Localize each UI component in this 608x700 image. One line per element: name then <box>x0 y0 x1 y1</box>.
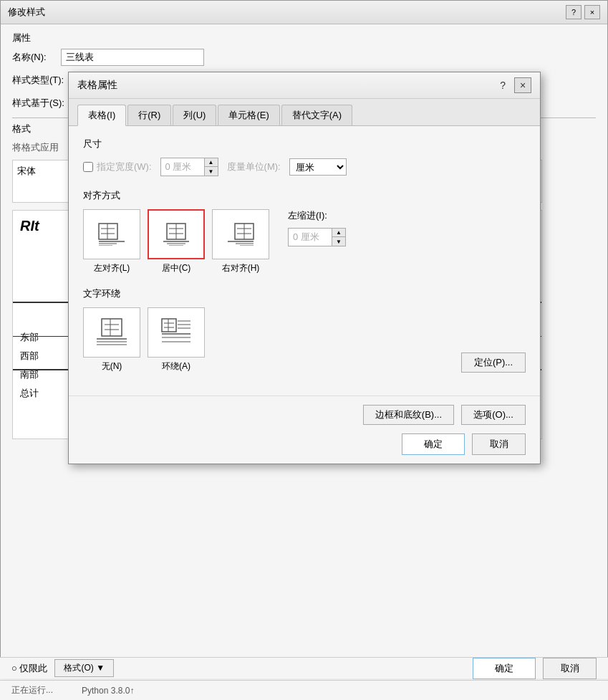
bottom-ok-cancel: 确定 取消 <box>473 658 597 679</box>
dialog-body: 尺寸 指定宽度(W): ▲ ▼ 度量单位(M): 厘米 对齐方式 <box>69 126 540 395</box>
specify-width-label[interactable]: 指定宽度(W): <box>83 160 152 173</box>
format-btn[interactable]: 格式(O) ▼ <box>54 659 114 677</box>
indent-up-arrow[interactable]: ▲ <box>332 229 345 237</box>
font-name: 宋体 <box>17 166 36 176</box>
indent-input[interactable] <box>289 229 332 246</box>
tab-alt-text[interactable]: 替代文字(A) <box>281 105 352 125</box>
modify-style-close-btn[interactable]: × <box>584 5 600 19</box>
bottom-cancel-btn[interactable]: 取消 <box>543 658 597 679</box>
wrap-around-svg <box>160 318 192 347</box>
modify-style-help-btn[interactable]: ? <box>566 5 582 19</box>
align-left-box[interactable] <box>83 209 140 259</box>
name-row: 名称(N): <box>12 49 596 66</box>
preview-table: 东部 西部 南部 总计 <box>20 328 39 403</box>
wrap-row: 无(N) <box>83 307 526 373</box>
width-up-arrow[interactable]: ▲ <box>205 158 218 167</box>
wrap-around-box[interactable] <box>148 307 205 358</box>
footer-action-row: 边框和底纹(B)... 选项(O)... <box>83 405 526 425</box>
cancel-btn[interactable]: 取消 <box>472 433 526 455</box>
footer-action-btns: 边框和底纹(B)... 选项(O)... <box>363 405 526 425</box>
width-input[interactable] <box>161 158 204 176</box>
indent-down-arrow[interactable]: ▼ <box>332 237 345 246</box>
style-base-label: 样式基于(S): <box>12 97 64 110</box>
preview-row-4: 总计 <box>20 384 39 403</box>
svg-rect-28 <box>162 319 176 332</box>
align-center-svg <box>163 223 190 246</box>
wrap-none-option[interactable]: 无(N) <box>83 307 140 373</box>
svg-rect-21 <box>102 319 122 336</box>
position-btn[interactable]: 定位(P)... <box>461 353 526 373</box>
wrap-section: 文字环绕 <box>83 287 526 373</box>
svg-rect-0 <box>99 224 117 239</box>
wrap-options: 无(N) <box>83 307 205 373</box>
align-left-option[interactable]: 左对齐(L) <box>83 209 140 274</box>
size-row: 指定宽度(W): ▲ ▼ 度量单位(M): 厘米 <box>83 158 526 176</box>
modify-style-title: 修改样式 <box>8 6 45 19</box>
specify-width-text: 指定宽度(W): <box>97 160 152 173</box>
indent-label: 左缩进(I): <box>288 209 346 222</box>
apply-format-label: 将格式应用 <box>12 141 59 154</box>
table-props-dialog: 表格属性 ? × 表格(I) 行(R) 列(U) 单元格(E) 替代文字(A) … <box>68 72 541 464</box>
indent-spinner: ▲ ▼ <box>288 228 346 246</box>
footer-ok-row: 确定 取消 <box>83 433 526 455</box>
table-props-controls: ? × <box>497 77 531 93</box>
rit-text: RIt <box>20 218 39 234</box>
tab-column[interactable]: 列(U) <box>173 105 216 125</box>
bottom-bar: ○ 仅限此 格式(O) ▼ 确定 取消 <box>0 657 608 679</box>
very-bottom-bar: 正在运行... Python 3.8.0↑ <box>0 680 608 700</box>
preview-row-1: 东部 <box>20 328 39 347</box>
width-arrows: ▲ ▼ <box>204 158 218 176</box>
align-right-label: 右对齐(H) <box>222 262 260 274</box>
table-props-close-btn[interactable]: × <box>514 77 531 93</box>
preview-row-2: 西部 <box>20 347 39 365</box>
align-right-box[interactable] <box>212 209 269 259</box>
align-center-option[interactable]: 居中(C) <box>148 209 205 274</box>
tab-cell[interactable]: 单元格(E) <box>218 105 279 125</box>
wrap-section-title: 文字环绕 <box>83 287 526 300</box>
bottom-ok-btn[interactable]: 确定 <box>473 658 536 679</box>
tab-bar: 表格(I) 行(R) 列(U) 单元格(E) 替代文字(A) <box>69 99 540 126</box>
align-left-label: 左对齐(L) <box>94 262 130 274</box>
modify-style-titlebar: 修改样式 ? × <box>1 1 607 24</box>
tab-table[interactable]: 表格(I) <box>77 105 126 126</box>
bottom-left: ○ 仅限此 格式(O) ▼ <box>11 659 114 677</box>
specify-width-checkbox[interactable] <box>83 162 93 172</box>
format-running-label: 正在运行... <box>11 684 53 696</box>
align-left-icon <box>98 223 125 246</box>
align-section-title: 对齐方式 <box>83 189 526 202</box>
measure-unit-label: 度量单位(M): <box>227 160 281 173</box>
python-version: Python 3.8.0↑ <box>82 686 134 696</box>
modify-style-controls: ? × <box>566 5 600 19</box>
ok-btn[interactable]: 确定 <box>402 433 465 455</box>
align-left-svg <box>98 223 125 246</box>
table-props-help-btn[interactable]: ? <box>497 80 508 91</box>
style-type-label: 样式类型(T): <box>12 74 64 87</box>
align-right-svg <box>227 223 254 246</box>
options-btn[interactable]: 选项(O)... <box>461 405 526 425</box>
width-down-arrow[interactable]: ▼ <box>205 167 218 176</box>
wrap-around-label: 环绕(A) <box>162 360 190 373</box>
wrap-none-label: 无(N) <box>102 360 122 373</box>
wrap-around-option[interactable]: 环绕(A) <box>148 307 205 373</box>
align-center-box[interactable] <box>148 209 205 259</box>
properties-label: 属性 <box>12 32 596 44</box>
measure-unit-select[interactable]: 厘米 <box>289 158 347 176</box>
dialog-footer: 边框和底纹(B)... 选项(O)... 确定 取消 <box>69 395 540 464</box>
table-props-title: 表格属性 <box>77 79 117 92</box>
indent-section: 左缩进(I): ▲ ▼ <box>288 209 346 246</box>
align-center-label: 居中(C) <box>162 262 191 274</box>
align-options: 左对齐(L) <box>83 209 269 274</box>
only-this-label: ○ 仅限此 <box>11 662 47 675</box>
name-label: 名称(N): <box>12 51 55 64</box>
wrap-none-box[interactable] <box>83 307 140 358</box>
align-right-option[interactable]: 右对齐(H) <box>212 209 269 274</box>
wrap-none-svg <box>96 318 127 347</box>
align-section: 左对齐(L) <box>83 209 526 274</box>
borders-btn[interactable]: 边框和底纹(B)... <box>363 405 454 425</box>
size-section-title: 尺寸 <box>83 138 526 150</box>
width-spinner: ▲ ▼ <box>160 158 218 176</box>
tab-row[interactable]: 行(R) <box>127 105 171 125</box>
align-center-icon <box>163 223 190 246</box>
name-input[interactable] <box>61 49 204 66</box>
indent-arrows: ▲ ▼ <box>332 229 345 246</box>
